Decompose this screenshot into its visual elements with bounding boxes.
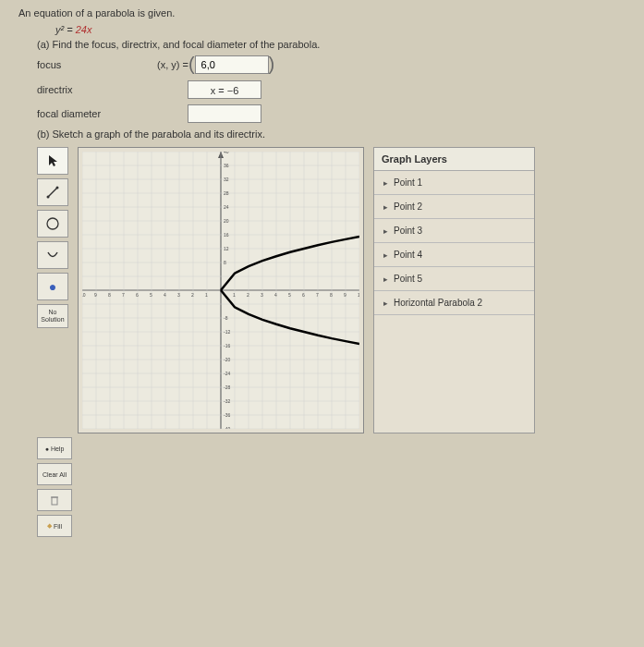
svg-text:6: 6 xyxy=(136,292,139,298)
svg-text:4: 4 xyxy=(164,292,166,298)
graph-toolbar: ● NoSolution xyxy=(37,147,68,433)
layer-item[interactable]: Point 3 xyxy=(374,219,534,243)
part-a-text: (a) Find the focus, directrix, and focal… xyxy=(18,39,626,50)
svg-text:5: 5 xyxy=(288,292,291,298)
layer-item[interactable]: Point 4 xyxy=(374,243,534,267)
svg-text:20: 20 xyxy=(224,218,229,224)
svg-text:3: 3 xyxy=(261,292,263,298)
eraser-tool[interactable] xyxy=(37,241,68,269)
svg-text:5: 5 xyxy=(150,292,152,298)
svg-text:1: 1 xyxy=(233,292,236,298)
svg-text:-20: -20 xyxy=(224,357,230,362)
focus-input[interactable] xyxy=(195,55,269,74)
svg-text:7: 7 xyxy=(122,292,125,298)
eq-lhs: y² = xyxy=(55,24,76,35)
close-paren: ) xyxy=(269,54,275,75)
svg-text:16: 16 xyxy=(224,232,229,238)
graph-container: grid -40-36-32-28-24-20-16-12-8812162024… xyxy=(78,147,364,433)
svg-line-0 xyxy=(48,188,57,197)
svg-text:-28: -28 xyxy=(224,385,230,390)
svg-text:9: 9 xyxy=(94,292,97,298)
equation: y² = 24x xyxy=(18,24,626,35)
fill-button[interactable]: ◆Fill xyxy=(37,515,72,537)
graph-canvas[interactable]: grid -40-36-32-28-24-20-16-12-8812162024… xyxy=(82,152,359,429)
clear-all-button[interactable]: Clear All xyxy=(37,463,72,485)
svg-point-2 xyxy=(56,187,59,189)
open-paren: ( xyxy=(188,54,195,75)
focal-diameter-input[interactable] xyxy=(188,104,261,123)
layer-item[interactable]: Point 2 xyxy=(374,195,534,219)
eq-rhs: 24x xyxy=(76,24,92,35)
layer-item[interactable]: Point 1 xyxy=(374,171,534,195)
point-tool[interactable]: ● xyxy=(37,273,68,300)
svg-text:10: 10 xyxy=(82,292,86,298)
directrix-label: directrix xyxy=(37,84,111,95)
line-tool[interactable] xyxy=(37,178,68,206)
svg-text:6: 6 xyxy=(302,292,305,298)
svg-text:10: 10 xyxy=(358,292,359,298)
help-button[interactable]: ● Help xyxy=(37,437,72,459)
svg-text:32: 32 xyxy=(224,177,229,182)
svg-text:24: 24 xyxy=(224,204,229,210)
svg-text:12: 12 xyxy=(224,246,229,251)
svg-text:4: 4 xyxy=(274,292,277,298)
svg-text:8: 8 xyxy=(108,292,111,298)
svg-text:-8: -8 xyxy=(224,315,228,321)
no-solution-button[interactable]: NoSolution xyxy=(37,304,68,328)
circle-tool[interactable] xyxy=(37,210,68,238)
svg-text:2: 2 xyxy=(247,292,249,298)
svg-point-1 xyxy=(47,196,50,199)
svg-text:-16: -16 xyxy=(224,343,230,348)
coordinate-grid: grid -40-36-32-28-24-20-16-12-8812162024… xyxy=(82,152,359,429)
svg-text:8: 8 xyxy=(330,292,333,298)
trash-button[interactable] xyxy=(37,489,72,511)
svg-text:40: 40 xyxy=(224,152,229,154)
svg-text:3: 3 xyxy=(177,292,180,298)
svg-text:-36: -36 xyxy=(224,412,230,418)
svg-text:36: 36 xyxy=(224,163,229,168)
svg-rect-87 xyxy=(52,497,57,505)
layer-item[interactable]: Horizontal Parabola 2 xyxy=(374,291,534,315)
focus-expr: (x, y) = xyxy=(157,59,188,70)
part-b-text: (b) Sketch a graph of the parabola and i… xyxy=(18,128,626,140)
graph-layers-panel: Graph Layers Point 1 Point 2 Point 3 Poi… xyxy=(373,147,535,433)
directrix-input[interactable]: x = −6 xyxy=(188,80,261,99)
focus-label: focus xyxy=(37,59,111,70)
problem-intro: An equation of a parabola is given. xyxy=(18,7,626,18)
svg-point-3 xyxy=(47,218,58,229)
fd-label: focal diameter xyxy=(37,108,111,119)
svg-text:-40: -40 xyxy=(224,426,230,429)
layers-header: Graph Layers xyxy=(374,148,534,171)
svg-text:7: 7 xyxy=(316,292,319,298)
svg-text:1: 1 xyxy=(205,292,208,298)
svg-text:-32: -32 xyxy=(224,398,230,404)
svg-text:2: 2 xyxy=(191,292,194,298)
svg-text:28: 28 xyxy=(224,190,229,196)
svg-text:-12: -12 xyxy=(224,329,230,335)
layer-item[interactable]: Point 5 xyxy=(374,267,534,291)
svg-text:8: 8 xyxy=(224,260,226,265)
pointer-tool[interactable] xyxy=(37,147,68,175)
svg-text:-24: -24 xyxy=(224,371,230,376)
svg-text:9: 9 xyxy=(344,292,346,298)
